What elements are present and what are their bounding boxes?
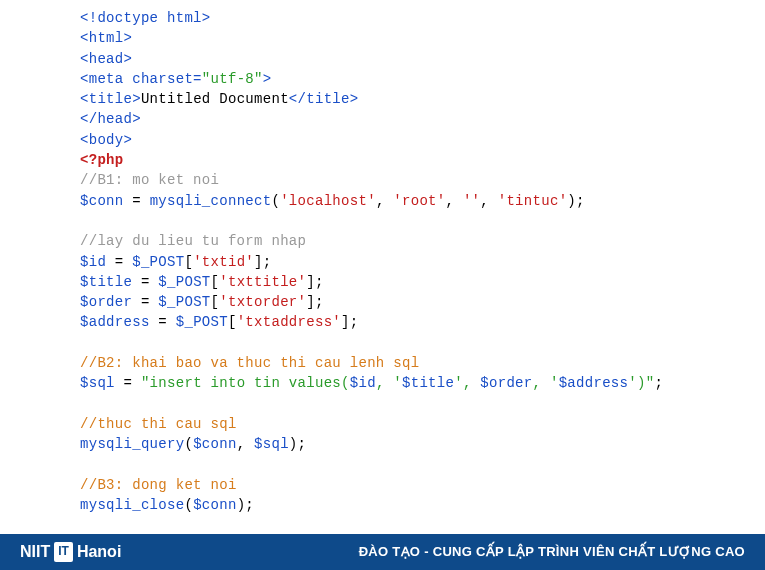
code-token: mysqli_close [80, 497, 184, 513]
code-token: , [376, 193, 393, 209]
code-token: ); [237, 497, 254, 513]
code-token: $sql [254, 436, 289, 452]
code-token: [ [211, 274, 220, 290]
code-token: <title> [80, 91, 141, 107]
code-comment: //lay du lieu tu form nhap [80, 233, 306, 249]
code-token: <?php [80, 152, 124, 168]
code-token: , ' [533, 375, 559, 391]
code-token: 'tintuc' [498, 193, 568, 209]
code-token: , [480, 193, 497, 209]
code-token: <head> [80, 51, 132, 67]
code-token: , ' [376, 375, 402, 391]
code-token: mysqli_connect [150, 193, 272, 209]
code-token: 'localhost' [280, 193, 376, 209]
code-token: $conn [80, 193, 124, 209]
code-token: "utf-8" [202, 71, 263, 87]
code-token: $title [402, 375, 454, 391]
code-token: ( [184, 497, 193, 513]
code-token: $_POST [176, 314, 228, 330]
code-token: ); [289, 436, 306, 452]
code-token: ( [184, 436, 193, 452]
code-token: = [150, 314, 176, 330]
code-token: mysqli_query [80, 436, 184, 452]
code-token: $_POST [158, 274, 210, 290]
code-token: $order [480, 375, 532, 391]
code-token: 'root' [393, 193, 445, 209]
code-token: $order [80, 294, 132, 310]
code-token: $title [80, 274, 132, 290]
code-token: ; [654, 375, 663, 391]
code-token: Untitled Document [141, 91, 289, 107]
code-token: <html> [80, 30, 132, 46]
code-token: ]; [306, 274, 323, 290]
code-token: 'txtaddress' [237, 314, 341, 330]
code-token: $address [80, 314, 150, 330]
code-token: $id [350, 375, 376, 391]
code-token: $conn [193, 436, 237, 452]
code-token: </title> [289, 91, 359, 107]
code-token: ( [271, 193, 280, 209]
code-token: <meta charset= [80, 71, 202, 87]
code-token: 'txtorder' [219, 294, 306, 310]
code-token: ]; [254, 254, 271, 270]
code-token: ]; [306, 294, 323, 310]
code-token: = [115, 375, 141, 391]
code-token: = [132, 274, 158, 290]
code-comment: //B2: khai bao va thuc thi cau lenh sql [80, 355, 419, 371]
footer-tagline: ĐÀO TẠO - CUNG CẤP LẬP TRÌNH VIÊN CHẤT L… [359, 543, 745, 562]
code-token: $id [80, 254, 106, 270]
code-token: [ [211, 294, 220, 310]
code-token: $sql [80, 375, 115, 391]
code-token: $conn [193, 497, 237, 513]
code-token: <!doctype html> [80, 10, 211, 26]
code-token: 'txttitle' [219, 274, 306, 290]
code-token: , [237, 436, 254, 452]
footer-bar: NIIT IT Hanoi ĐÀO TẠO - CUNG CẤP LẬP TRÌ… [0, 534, 765, 570]
code-token: ]; [341, 314, 358, 330]
code-token: ); [567, 193, 584, 209]
code-token: "insert into tin values( [141, 375, 350, 391]
code-token: [ [184, 254, 193, 270]
code-token: </head> [80, 111, 141, 127]
code-token: $address [559, 375, 629, 391]
code-token: = [106, 254, 132, 270]
code-token: [ [228, 314, 237, 330]
code-comment: //thuc thi cau sql [80, 416, 237, 432]
code-comment: //B3: dong ket noi [80, 477, 237, 493]
code-block: <!doctype html> <html> <head> <meta char… [0, 0, 765, 570]
code-token: <body> [80, 132, 132, 148]
code-token: = [124, 193, 150, 209]
code-token: = [132, 294, 158, 310]
code-token: ')" [628, 375, 654, 391]
code-token: $_POST [132, 254, 184, 270]
code-token: > [263, 71, 272, 87]
code-token: '' [463, 193, 480, 209]
code-comment: //B1: mo ket noi [80, 172, 219, 188]
logo-text-niit: NIIT [20, 540, 50, 563]
logo: NIIT IT Hanoi [20, 540, 121, 563]
logo-box-it: IT [54, 542, 73, 561]
logo-text-hanoi: Hanoi [77, 540, 121, 563]
code-token: $_POST [158, 294, 210, 310]
code-token: ', [454, 375, 480, 391]
code-token: 'txtid' [193, 254, 254, 270]
code-token: , [446, 193, 463, 209]
